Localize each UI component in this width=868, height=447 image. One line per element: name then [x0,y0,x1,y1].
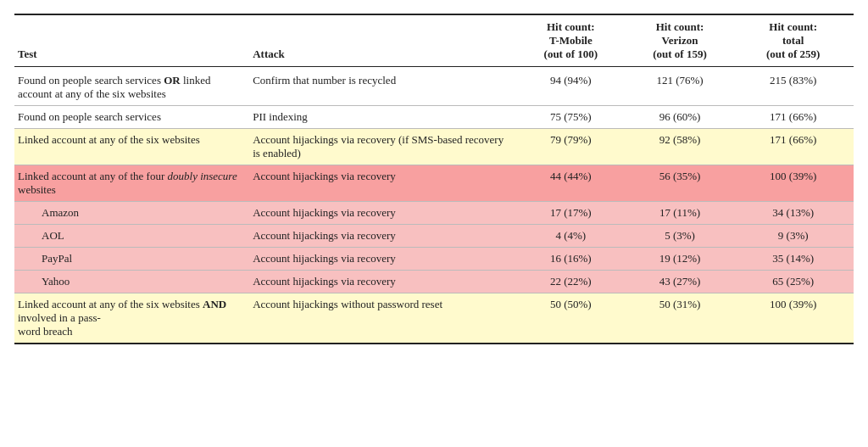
verizon-cell: 19 (12%) [627,248,737,271]
attack-cell: Account hijackings via recovery (if SMS-… [249,129,518,165]
attack-cell: Account hijackings via recovery [249,248,518,271]
total-cell: 100 (39%) [736,293,854,344]
test-cell: Linked account at any of the six website… [14,129,249,165]
table-row: AmazonAccount hijackings via recovery17 … [14,202,854,225]
total-cell: 171 (66%) [736,106,854,129]
total-cell: 215 (83%) [736,67,854,106]
verizon-cell: 56 (35%) [627,165,737,202]
data-table: Test Attack Hit count:T-Mobile(out of 10… [14,14,854,344]
attack-cell: Confirm that number is recycled [249,67,518,106]
verizon-cell: 50 (31%) [627,293,737,344]
total-cell: 171 (66%) [736,129,854,165]
col-header-total: Hit count:total(out of 259) [736,14,854,67]
table-row: PayPalAccount hijackings via recovery16 … [14,248,854,271]
attack-cell: Account hijackings without password rese… [249,293,518,344]
col-header-test: Test [14,14,249,67]
table-container: Test Attack Hit count:T-Mobile(out of 10… [14,14,854,344]
tmobile-cell: 94 (94%) [518,67,627,106]
table-row: Found on people search services OR linke… [14,67,854,106]
table-row: YahooAccount hijackings via recovery22 (… [14,271,854,293]
tmobile-cell: 50 (50%) [518,293,627,344]
verizon-cell: 17 (11%) [627,202,737,225]
total-cell: 9 (3%) [736,225,854,248]
total-cell: 34 (13%) [736,202,854,225]
verizon-cell: 43 (27%) [627,271,737,293]
tmobile-cell: 17 (17%) [518,202,627,225]
col-header-verizon: Hit count:Verizon(out of 159) [627,14,737,67]
table-row: Linked account at any of the six website… [14,293,854,344]
table-row: Linked account at any of the six website… [14,129,854,165]
test-cell: Amazon [14,202,249,225]
col-header-attack: Attack [249,14,518,67]
col-header-tmobile: Hit count:T-Mobile(out of 100) [518,14,627,67]
attack-cell: PII indexing [249,106,518,129]
total-cell: 100 (39%) [736,165,854,202]
tmobile-cell: 16 (16%) [518,248,627,271]
test-cell: Linked account at any of the four doubly… [14,165,249,202]
tmobile-cell: 75 (75%) [518,106,627,129]
test-cell: Linked account at any of the six website… [14,293,249,344]
test-cell: Found on people search services [14,106,249,129]
tmobile-cell: 79 (79%) [518,129,627,165]
test-cell: AOL [14,225,249,248]
verizon-cell: 121 (76%) [627,67,737,106]
attack-cell: Account hijackings via recovery [249,225,518,248]
table-header-row: Test Attack Hit count:T-Mobile(out of 10… [14,14,854,67]
tmobile-cell: 44 (44%) [518,165,627,202]
tmobile-cell: 22 (22%) [518,271,627,293]
test-cell: Found on people search services OR linke… [14,67,249,106]
tmobile-cell: 4 (4%) [518,225,627,248]
test-cell: PayPal [14,248,249,271]
table-row: AOLAccount hijackings via recovery4 (4%)… [14,225,854,248]
attack-cell: Account hijackings via recovery [249,271,518,293]
verizon-cell: 5 (3%) [627,225,737,248]
verizon-cell: 92 (58%) [627,129,737,165]
test-cell: Yahoo [14,271,249,293]
verizon-cell: 96 (60%) [627,106,737,129]
table-row: Found on people search servicesPII index… [14,106,854,129]
attack-cell: Account hijackings via recovery [249,202,518,225]
total-cell: 65 (25%) [736,271,854,293]
attack-cell: Account hijackings via recovery [249,165,518,202]
table-row: Linked account at any of the four doubly… [14,165,854,202]
total-cell: 35 (14%) [736,248,854,271]
